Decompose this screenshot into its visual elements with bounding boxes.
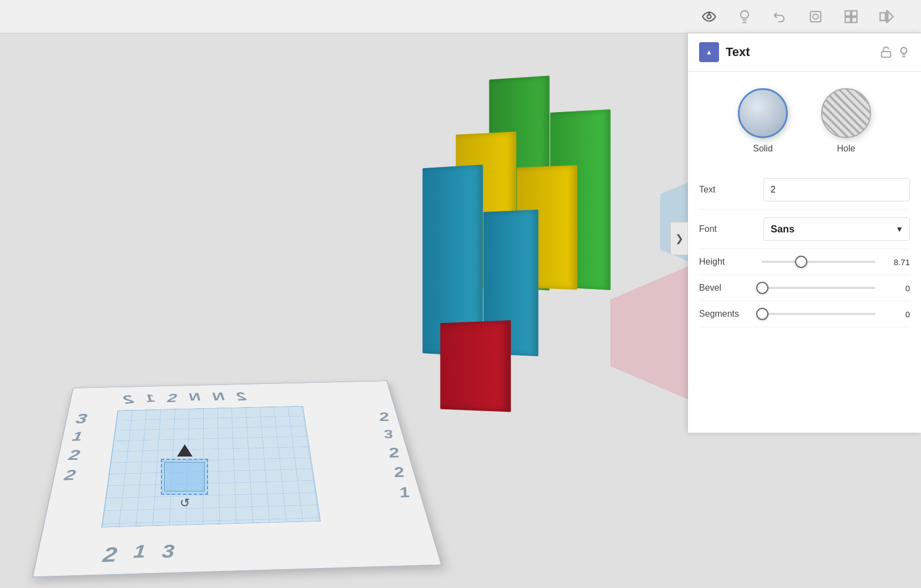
- panel-toggle-button[interactable]: ❯: [670, 222, 688, 255]
- solid-circle-icon: [738, 88, 788, 138]
- collapse-button[interactable]: ▲: [699, 42, 719, 62]
- undo-toolbar-icon[interactable]: [768, 4, 792, 29]
- solid-label: Solid: [753, 144, 773, 154]
- border-num: N: [189, 391, 201, 405]
- segments-slider-thumb[interactable]: [756, 308, 768, 320]
- font-select[interactable]: Sans Serif Mono: [763, 217, 910, 241]
- height-slider-track[interactable]: [761, 261, 876, 263]
- border-num: 3: [74, 411, 88, 427]
- height-slider-row: Height 8.71: [699, 249, 910, 275]
- bevel-slider-row: Bevel 0: [699, 275, 910, 301]
- light-button[interactable]: [898, 46, 910, 58]
- panel-fields: Text Font Sans Serif Mono ▼ Height 8.71: [688, 170, 921, 327]
- text-field-row: Text: [699, 170, 910, 210]
- panel-title: Text: [726, 45, 873, 59]
- svg-point-1: [708, 12, 710, 14]
- height-label: Height: [699, 257, 755, 267]
- border-num: 3: [382, 428, 396, 442]
- segments-label: Segments: [699, 309, 755, 319]
- border-num: 2: [102, 543, 119, 567]
- segments-slider-row: Segments 0: [699, 301, 910, 327]
- segments-value: 0: [882, 310, 910, 319]
- rotate-icon: ↺: [161, 496, 208, 510]
- font-field-label: Font: [699, 224, 755, 234]
- right-panel: ▲ Text Solid Hole: [688, 33, 921, 433]
- svg-rect-5: [852, 11, 857, 16]
- solid-option[interactable]: Solid: [738, 88, 788, 154]
- svg-marker-10: [888, 11, 893, 22]
- border-num: 1: [145, 392, 155, 406]
- top-toolbar: [0, 0, 921, 33]
- bevel-slider-thumb[interactable]: [756, 282, 768, 294]
- bulb-toolbar-icon[interactable]: [732, 4, 757, 29]
- bar-red: [440, 320, 510, 412]
- move-arrow-icon: [177, 444, 193, 457]
- font-field-row: Font Sans Serif Mono ▼: [699, 210, 910, 249]
- border-num: 2: [392, 464, 407, 480]
- svg-rect-4: [846, 11, 851, 16]
- hole-circle-icon: [821, 88, 871, 138]
- type-selector: Solid Hole: [688, 72, 921, 170]
- svg-rect-11: [882, 52, 891, 57]
- bevel-label: Bevel: [699, 283, 755, 293]
- svg-rect-6: [846, 17, 851, 22]
- grid-surface: [102, 406, 321, 528]
- svg-marker-9: [880, 13, 885, 21]
- svg-rect-2: [811, 11, 821, 22]
- hole-label: Hole: [837, 144, 856, 154]
- border-num: 2: [387, 445, 401, 460]
- bevel-value: 0: [882, 283, 910, 293]
- svg-point-0: [707, 14, 711, 18]
- border-num: 1: [132, 541, 146, 566]
- border-num: 3: [161, 541, 175, 565]
- border-num: 2: [67, 447, 82, 464]
- shape-toolbar-icon[interactable]: [803, 4, 828, 29]
- mirror-toolbar-icon[interactable]: [874, 4, 899, 29]
- lock-button[interactable]: [880, 46, 892, 58]
- border-num: 1: [71, 429, 85, 444]
- text-field-label: Text: [699, 185, 755, 195]
- height-slider-thumb[interactable]: [795, 256, 807, 268]
- panel-header: ▲ Text: [688, 33, 921, 72]
- font-select-wrapper: Sans Serif Mono ▼: [763, 217, 910, 241]
- bevel-slider-track[interactable]: [761, 287, 876, 289]
- segments-slider-track[interactable]: [761, 313, 876, 315]
- layers-toolbar-icon[interactable]: [839, 4, 863, 29]
- border-num: 1: [397, 484, 413, 500]
- text-input[interactable]: [763, 178, 910, 201]
- border-num: 2: [377, 410, 391, 424]
- svg-point-3: [813, 14, 818, 19]
- border-num: 2: [123, 392, 135, 407]
- selected-object-box[interactable]: [161, 459, 208, 495]
- eye-toolbar-icon[interactable]: [697, 4, 721, 29]
- border-num: 2: [167, 392, 178, 405]
- border-num: 2: [63, 467, 78, 484]
- hole-option[interactable]: Hole: [821, 88, 871, 154]
- toggle-chevron-icon: ❯: [675, 232, 684, 245]
- svg-rect-7: [852, 17, 857, 22]
- panel-header-icons: [880, 46, 910, 58]
- height-value: 8.71: [882, 257, 910, 267]
- border-num: N: [212, 391, 225, 404]
- border-num: 2: [236, 390, 247, 404]
